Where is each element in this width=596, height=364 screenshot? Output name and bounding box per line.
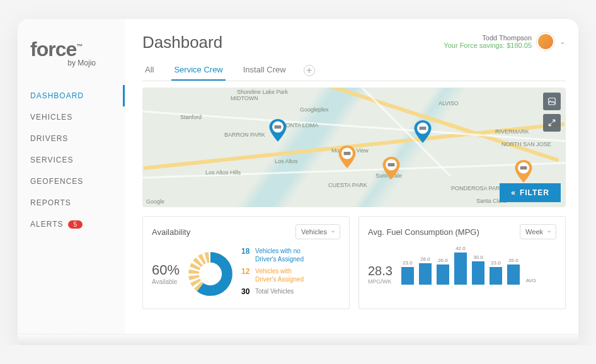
legend-label: Vehicles with Driver's Assigned — [255, 267, 312, 283]
bar: AVG — [525, 278, 537, 285]
alert-badge: 5 — [68, 220, 83, 229]
map-label: PONDEROSA PARK — [451, 185, 503, 191]
sidebar-item-alerts[interactable]: ALERTS5 — [18, 213, 125, 235]
svg-rect-7 — [420, 127, 427, 130]
main-content: Dashboard Todd Thompson Your Force savin… — [125, 19, 578, 334]
map-controls — [543, 93, 561, 132]
map-label: BARRON PARK — [224, 132, 265, 138]
map-pin[interactable] — [338, 145, 357, 168]
legend-count: 18 — [241, 247, 251, 263]
bar: 23.0 — [401, 260, 414, 285]
card-title: Availability — [152, 227, 190, 237]
map-pin[interactable] — [514, 160, 533, 183]
chevron-down-icon[interactable]: ⌄ — [559, 37, 566, 46]
fuel-value: 28.3 — [368, 264, 393, 278]
map-label: RIVERMARK — [495, 128, 529, 135]
card-title: Avg. Fuel Consumption (MPG) — [368, 227, 479, 237]
avatar[interactable] — [537, 33, 554, 50]
cards-row: Availability Vehicles 60% Available 18Ve… — [142, 216, 566, 309]
tab-bar: AllService CrewInstall Crew+ — [142, 60, 566, 81]
user-savings: Your Force savings: $180.05 — [444, 42, 532, 49]
map-pin[interactable] — [268, 119, 287, 142]
map-pin[interactable] — [382, 157, 401, 179]
tab-install-crew[interactable]: Install Crew — [241, 60, 289, 81]
sidebar-item-vehicles[interactable]: VEHICLES — [18, 106, 125, 128]
page-header: Dashboard Todd Thompson Your Force savin… — [142, 33, 566, 52]
fuel-bar-chart: 23.028.026.042.030.023.026.0AVG — [401, 247, 556, 285]
map-attribution: Google — [146, 198, 164, 205]
map-label: Los Altos Hills — [205, 169, 241, 176]
chevron-left-icon: « — [511, 188, 516, 197]
sidebar-item-reports[interactable]: REPORTS — [18, 192, 125, 213]
availability-legend: 18Vehicles with no Driver's Assigned12Ve… — [241, 247, 312, 301]
user-block[interactable]: Todd Thompson Your Force savings: $180.0… — [444, 33, 566, 50]
pie-chart — [188, 252, 232, 296]
add-tab-icon[interactable]: + — [304, 65, 315, 76]
sidebar-item-drivers[interactable]: DRIVERS — [18, 128, 125, 149]
map-label: ALVISO — [438, 100, 459, 106]
sidebar: force™ by Mojio DASHBOARDVEHICLESDRIVERS… — [18, 19, 125, 334]
map-label: MIDTOWN — [231, 95, 258, 101]
filter-button[interactable]: «FILTER — [500, 183, 561, 202]
logo: force™ by Mojio — [18, 38, 125, 85]
bar: 26.0 — [507, 258, 520, 285]
legend-count: 30 — [241, 287, 251, 297]
svg-rect-3 — [344, 152, 351, 155]
legend-count: 12 — [241, 267, 251, 283]
map-pin[interactable] — [413, 120, 432, 143]
sidebar-item-geofences[interactable]: GEOFENCES — [18, 171, 125, 192]
fuel-card: Avg. Fuel Consumption (MPG) Week 28.3 MP… — [358, 216, 566, 309]
map-label: Los Altos — [275, 158, 298, 164]
availability-select[interactable]: Vehicles — [295, 224, 340, 239]
legend-label: Total Vehicles — [255, 287, 294, 297]
map-label: Stanford — [180, 114, 202, 120]
bar: 42.0 — [454, 246, 467, 285]
bar: 30.0 — [472, 254, 484, 285]
map-label: Shoreline Lake Park — [237, 89, 288, 95]
user-name: Todd Thompson — [482, 34, 532, 42]
sidebar-item-dashboard[interactable]: DASHBOARD — [18, 85, 125, 106]
svg-rect-5 — [388, 163, 395, 166]
map-label: CUESTA PARK — [328, 182, 367, 188]
fuel-select[interactable]: Week — [520, 224, 556, 239]
tab-service-crew[interactable]: Service Crew — [171, 60, 225, 81]
svg-rect-9 — [520, 166, 527, 169]
nav-list: DASHBOARDVEHICLESDRIVERSSERVICESGEOFENCE… — [18, 85, 125, 235]
map[interactable]: StanfordMIDTOWNShoreline Lake ParkGoogle… — [142, 88, 566, 207]
map-label: Googleplex — [300, 106, 329, 113]
map-label: NORTH SAN JOSE — [501, 141, 551, 147]
tab-all[interactable]: All — [142, 60, 156, 81]
expand-icon[interactable] — [543, 114, 561, 132]
page-title: Dashboard — [142, 33, 222, 52]
bar: 28.0 — [419, 256, 432, 285]
availability-percent: 60% — [152, 262, 180, 278]
map-image-icon[interactable] — [543, 93, 561, 110]
legend-label: Vehicles with no Driver's Assigned — [255, 247, 312, 263]
bar: 23.0 — [490, 260, 502, 285]
bar: 26.0 — [437, 258, 449, 285]
availability-card: Availability Vehicles 60% Available 18Ve… — [142, 216, 350, 309]
logo-main: force™ — [30, 38, 112, 61]
sidebar-item-services[interactable]: SERVICES — [18, 149, 125, 171]
svg-rect-1 — [275, 125, 282, 128]
